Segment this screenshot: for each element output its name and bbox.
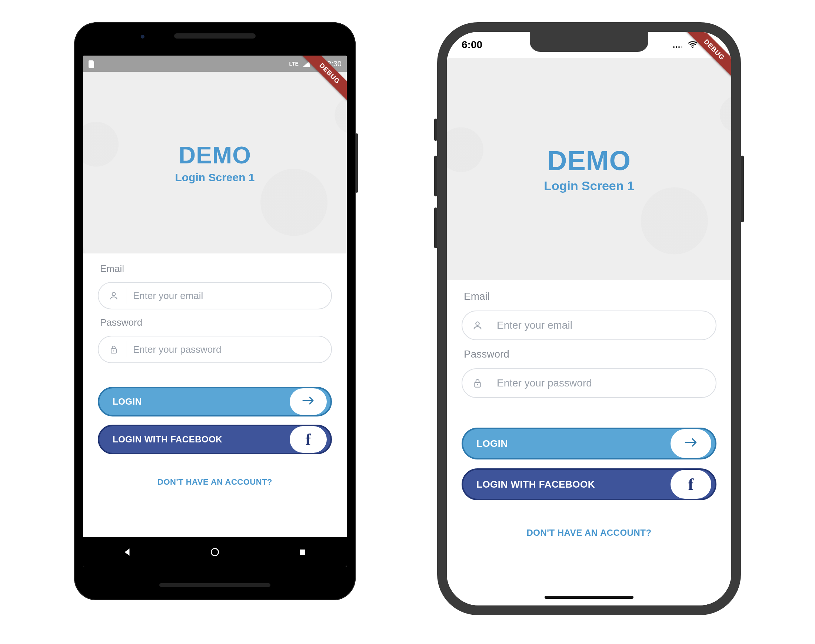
facebook-icon: f (305, 430, 311, 449)
app-body-ios: DEMO Login Screen 1 Email Password (447, 32, 731, 606)
password-input[interactable] (133, 344, 322, 355)
svg-point-6 (211, 548, 219, 556)
facebook-login-label: LOGIN WITH FACEBOOK (476, 479, 671, 490)
email-input[interactable] (133, 290, 322, 302)
svg-point-11 (681, 46, 682, 48)
facebook-login-button[interactable]: LOGIN WITH FACEBOOK f (98, 425, 332, 454)
email-input-container[interactable] (98, 282, 332, 310)
login-form: Email Password (83, 263, 347, 487)
signup-link[interactable]: DON'T HAVE AN ACCOUNT? (461, 527, 717, 538)
home-button[interactable] (207, 545, 222, 560)
iphone-mute-switch (434, 118, 437, 141)
svg-point-16 (476, 322, 479, 325)
login-button-label: LOGIN (476, 438, 671, 449)
svg-point-10 (678, 46, 680, 48)
signup-link[interactable]: DON'T HAVE AN ACCOUNT? (98, 477, 332, 487)
hero-header: DEMO Login Screen 1 (83, 72, 347, 253)
hero-header: DEMO Login Screen 1 (447, 58, 731, 280)
facebook-login-button[interactable]: LOGIN WITH FACEBOOK f (461, 468, 717, 500)
login-arrow-cap (290, 388, 327, 415)
email-label: Email (100, 263, 332, 274)
app-subtitle: Login Screen 1 (544, 179, 634, 193)
android-earpiece (174, 33, 256, 38)
email-label: Email (464, 290, 717, 302)
login-button[interactable]: LOGIN (98, 387, 332, 417)
password-label: Password (100, 317, 332, 328)
input-divider (490, 375, 490, 391)
svg-point-12 (692, 47, 693, 48)
back-button[interactable] (119, 545, 135, 560)
login-button-label: LOGIN (113, 397, 290, 407)
person-icon (472, 320, 483, 331)
app-subtitle: Login Screen 1 (175, 171, 254, 184)
cellular-signal-icon (673, 39, 684, 51)
android-device-frame: LTE 12:30 DEBUG DEMO Login Screen 1 (74, 22, 355, 600)
iphone-notch (530, 32, 648, 52)
arrow-right-icon (684, 437, 698, 451)
sim-card-icon (88, 60, 95, 68)
password-input-container[interactable] (461, 368, 717, 398)
input-divider (126, 341, 126, 357)
password-label: Password (464, 348, 717, 360)
facebook-icon-cap: f (290, 426, 327, 453)
android-speaker (159, 583, 270, 587)
email-input[interactable] (497, 319, 706, 331)
svg-point-9 (676, 46, 677, 48)
iphone-device-frame: 6:00 DEBUG DEMO Login (437, 22, 741, 615)
lock-icon (108, 345, 119, 354)
arrow-right-icon (302, 396, 315, 408)
svg-point-8 (673, 46, 675, 48)
recents-button[interactable] (295, 545, 310, 560)
svg-rect-7 (300, 549, 305, 555)
app-body-android: DEMO Login Screen 1 Email Password (83, 72, 347, 537)
email-input-container[interactable] (461, 311, 717, 340)
input-divider (126, 288, 126, 304)
android-navigation-bar (83, 537, 347, 567)
facebook-login-label: LOGIN WITH FACEBOOK (113, 434, 290, 445)
svg-point-3 (112, 292, 116, 296)
password-input[interactable] (497, 377, 706, 389)
app-title: DEMO (547, 145, 631, 176)
android-power-button (355, 133, 358, 193)
iphone-volume-up (434, 156, 437, 196)
iphone-volume-down (434, 207, 437, 248)
iphone-power-button (741, 156, 744, 222)
login-button[interactable]: LOGIN (461, 428, 717, 460)
android-front-camera (141, 35, 144, 38)
person-icon (108, 291, 119, 301)
input-divider (490, 317, 490, 333)
app-title: DEMO (179, 141, 251, 169)
login-arrow-cap (671, 429, 711, 458)
login-form: Email Password (447, 290, 731, 538)
lock-icon (472, 378, 483, 388)
svg-point-5 (113, 351, 115, 352)
network-lte-label: LTE (290, 61, 299, 67)
facebook-icon: f (688, 475, 694, 494)
facebook-icon-cap: f (671, 470, 711, 499)
password-input-container[interactable] (98, 336, 332, 363)
clock-text: 6:00 (461, 39, 483, 51)
iphone-home-indicator[interactable] (545, 596, 633, 599)
svg-point-18 (477, 384, 478, 385)
